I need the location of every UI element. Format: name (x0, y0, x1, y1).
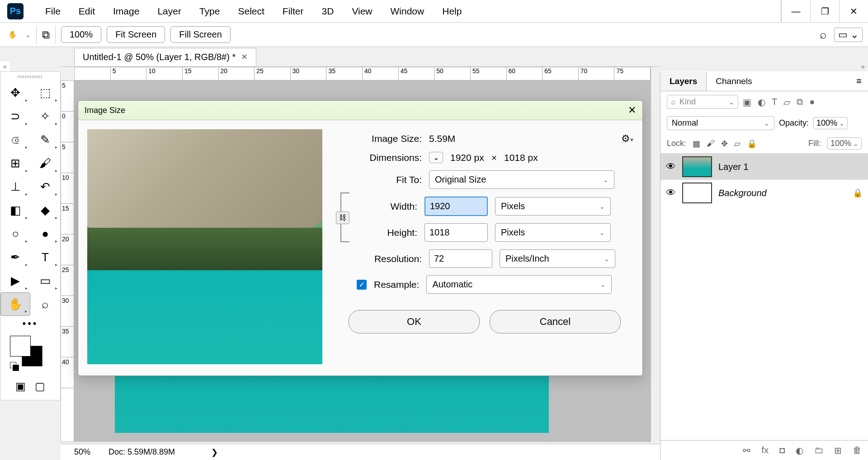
layer-thumbnail[interactable] (682, 183, 712, 203)
resample-select[interactable]: Automatic ⌄ (426, 275, 612, 294)
minimize-button[interactable]: — (781, 0, 810, 23)
quickmask-icon[interactable]: ▣ (15, 380, 26, 393)
crop-tool[interactable]: ⟃▸ (0, 128, 30, 151)
menu-window[interactable]: Window (382, 6, 434, 17)
dimensions-unit-toggle[interactable]: ⌄ (429, 152, 443, 163)
new-layer-icon[interactable]: ⊞ (834, 445, 842, 456)
foreground-color[interactable] (10, 336, 31, 357)
eyedropper-tool[interactable]: ✎▸ (30, 128, 60, 151)
tab-channels[interactable]: Channels (707, 72, 761, 91)
fill-field[interactable]: 100%⌄ (827, 137, 862, 150)
status-doc-size[interactable]: Doc: 5.59M/8.89M (108, 447, 175, 457)
ok-button[interactable]: OK (349, 310, 480, 333)
gear-icon[interactable]: ⚙▾ (621, 133, 633, 145)
menu-help[interactable]: Help (433, 6, 471, 17)
lock-trans-icon[interactable]: ▩ (693, 139, 700, 149)
lock-all-icon[interactable]: 🔒 (747, 139, 757, 149)
dodge-tool[interactable]: ●▸ (30, 222, 60, 245)
fx-icon[interactable]: fx (761, 445, 769, 455)
maximize-button[interactable]: ❐ (810, 0, 839, 23)
adjustment-icon[interactable]: ◐ (796, 445, 803, 456)
filter-smart-icon[interactable]: ⧉ (797, 97, 803, 108)
layer-filter-select[interactable]: ⌕ Kind ⌄ (667, 95, 738, 109)
document-tab[interactable]: Untitled-1 @ 50% (Layer 1, RGB/8#) * ✕ (74, 48, 256, 66)
stamp-tool[interactable]: ⊥▸ (0, 175, 30, 198)
color-swatches[interactable] (10, 336, 51, 372)
lock-artboard-icon[interactable]: ▱ (734, 139, 741, 149)
menu-file[interactable]: File (36, 6, 70, 17)
link-layers-icon[interactable]: ⚯ (743, 445, 750, 456)
screenmode-icon[interactable]: ▢ (35, 380, 45, 393)
layer-item[interactable]: 👁 Background 🔒 (660, 180, 868, 206)
menu-layer[interactable]: Layer (148, 6, 190, 17)
panel-menu-icon[interactable]: ≡ (850, 76, 868, 86)
constrain-proportions-button[interactable]: ⛓ (336, 211, 349, 224)
cancel-button[interactable]: Cancel (490, 310, 621, 333)
status-zoom[interactable]: 50% (74, 447, 90, 457)
filter-toggle-icon[interactable]: ● (809, 97, 815, 108)
status-flyout-icon[interactable]: ❯ (211, 447, 218, 457)
move-tool[interactable]: ✥▸ (0, 81, 30, 104)
layer-name[interactable]: Layer 1 (718, 162, 749, 172)
filter-shape-icon[interactable]: ▱ (783, 97, 790, 108)
resolution-unit-select[interactable]: Pixels/Inch ⌄ (500, 249, 615, 268)
history-brush-tool[interactable]: ↶▸ (30, 175, 60, 198)
healing-tool[interactable]: ⊞▸ (0, 151, 30, 175)
filter-type-icon[interactable]: T (772, 97, 777, 108)
group-icon[interactable]: 🗀 (814, 445, 823, 455)
pen-tool[interactable]: ✒▸ (0, 245, 30, 269)
marquee-tool[interactable]: ⬚▸ (30, 81, 60, 104)
visibility-icon[interactable]: 👁 (666, 187, 676, 199)
lock-icon[interactable]: 🔒 (853, 188, 863, 198)
brush-tool[interactable]: 🖌▸ (30, 151, 60, 175)
search-icon[interactable]: ⌕ (820, 28, 827, 42)
hand-tool[interactable]: ✋▸ (0, 292, 30, 316)
height-input[interactable]: 1018 (425, 223, 488, 242)
blur-tool[interactable]: ○▸ (0, 222, 30, 245)
width-unit-select[interactable]: Pixels ⌄ (495, 197, 611, 216)
edit-toolbar-button[interactable]: ••• (0, 316, 60, 331)
height-unit-select[interactable]: Pixels ⌄ (495, 223, 611, 242)
panel-grip[interactable] (18, 75, 43, 78)
lock-move-icon[interactable]: ✥ (721, 139, 728, 149)
fit-screen-button[interactable]: Fit Screen (107, 26, 165, 43)
menu-view[interactable]: View (343, 6, 381, 17)
layer-thumbnail[interactable] (682, 156, 712, 177)
close-tab-icon[interactable]: ✕ (241, 52, 248, 62)
magic-wand-tool[interactable]: ✧▸ (30, 104, 60, 128)
menu-select[interactable]: Select (229, 6, 273, 17)
rectangle-tool[interactable]: ▭▸ (30, 269, 60, 292)
path-select-tool[interactable]: ▶▸ (0, 269, 30, 292)
zoom-tool[interactable]: ⌕ (30, 292, 60, 316)
menu-3d[interactable]: 3D (313, 6, 343, 17)
type-tool[interactable]: T▸ (30, 245, 60, 269)
default-colors-icon[interactable] (10, 362, 20, 372)
menu-type[interactable]: Type (190, 6, 229, 17)
resolution-input[interactable]: 72 (429, 249, 492, 268)
width-input[interactable]: 1920 (425, 197, 488, 216)
menu-image[interactable]: Image (104, 6, 148, 17)
resample-checkbox[interactable]: ✓ (357, 280, 367, 290)
close-window-button[interactable]: ✕ (839, 0, 868, 23)
menu-edit[interactable]: Edit (70, 6, 104, 17)
mask-icon[interactable]: ◘ (779, 445, 785, 455)
window-arrange-icon[interactable]: ⧉ (42, 28, 50, 41)
eraser-tool[interactable]: ◧▸ (0, 198, 30, 222)
delete-layer-icon[interactable]: 🗑 (853, 445, 862, 455)
tool-preset-chevron-icon[interactable]: ⌄ (25, 31, 31, 38)
zoom-level-button[interactable]: 100% (61, 26, 101, 43)
lasso-tool[interactable]: ⊃▸ (0, 104, 30, 128)
collapse-right-icon[interactable]: » (858, 61, 868, 71)
lock-brush-icon[interactable]: 🖌 (707, 139, 715, 148)
menu-filter[interactable]: Filter (274, 6, 313, 17)
collapse-left-icon[interactable]: « (0, 61, 10, 71)
hand-tool-icon[interactable]: ✋ (5, 30, 20, 39)
workspace-switcher-icon[interactable]: ▭ ⌄ (834, 28, 863, 42)
filter-adjust-icon[interactable]: ◐ (758, 97, 765, 108)
blend-mode-select[interactable]: Normal ⌄ (667, 116, 774, 130)
close-dialog-icon[interactable]: ✕ (628, 104, 636, 116)
fit-to-select[interactable]: Original Size ⌄ (429, 170, 614, 189)
filter-image-icon[interactable]: ▣ (743, 97, 751, 108)
fill-screen-button[interactable]: Fill Screen (170, 26, 230, 43)
tab-layers[interactable]: Layers (660, 72, 707, 91)
